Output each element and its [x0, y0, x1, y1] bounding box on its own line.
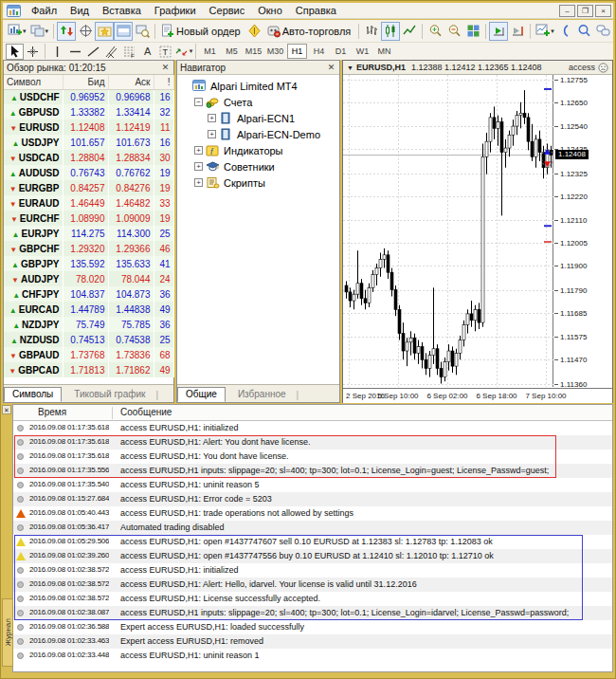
zoom-out-button[interactable] — [444, 22, 463, 41]
timeframe-m15[interactable]: M15 — [244, 44, 263, 59]
chevron-down-icon[interactable]: ▾ — [45, 28, 49, 35]
close-button[interactable]: × — [595, 5, 611, 17]
journal-row[interactable]: 2016.09.08 01:05:29.506access EURUSD,H1:… — [13, 535, 612, 549]
market-watch-col-2[interactable]: Аск — [108, 75, 154, 89]
journal-row[interactable]: 2016.09.08 01:02:33.448access EURUSD,H1:… — [13, 649, 612, 663]
menu-item-4[interactable]: Сервис — [203, 4, 252, 17]
menu-item-5[interactable]: Окно — [251, 4, 289, 17]
market-watch-row-USDCAD[interactable]: ▼USDCAD1.288041.2883430 — [4, 150, 173, 165]
journal-row[interactable]: 2016.09.08 01:17:35.618access EURUSD,H1:… — [13, 435, 612, 450]
expand-icon[interactable]: + — [208, 114, 216, 122]
navigator-item-советники[interactable]: +Советники — [179, 158, 339, 174]
market-watch-col-3[interactable]: ! — [154, 75, 173, 89]
navigator-item-индикаторы[interactable]: +fИндикаторы — [179, 142, 339, 158]
journal-row[interactable]: 2016.09.08 01:02:38.572access EURUSD,H1:… — [13, 592, 612, 606]
candlestick-button[interactable] — [381, 22, 400, 41]
market-watch-row-NZDJPY[interactable]: ▲NZDJPY75.74975.78536 — [4, 317, 173, 332]
metaeditor-button[interactable] — [245, 22, 264, 41]
market-watch-row-AUDUSD[interactable]: ▲AUDUSD0.767430.7676219 — [4, 165, 173, 180]
market-watch-col-1[interactable]: Бид — [63, 75, 108, 89]
new-chart-button[interactable]: ▾ — [6, 22, 28, 41]
tile-windows-button[interactable] — [463, 22, 482, 41]
expand-icon[interactable]: + — [194, 146, 203, 155]
journal-row[interactable]: 2016.09.08 01:02:33.463Expert access EUR… — [13, 634, 612, 649]
navigator-item-alpari-ecn1[interactable]: +Alpari-ECN1 — [179, 110, 339, 126]
line-chart-button[interactable] — [400, 22, 419, 41]
terminal-tab-journal[interactable]: Журнал — [2, 598, 13, 667]
chart-collapse-icon[interactable]: ▼ — [347, 64, 353, 71]
navigator-tab-0[interactable]: Общие — [177, 387, 226, 402]
fibonacci-button[interactable]: F — [120, 44, 138, 60]
close-icon[interactable]: ✕ — [160, 63, 171, 72]
market-watch-row-EURUSD[interactable]: ▼EURUSD1.124081.1241911 — [4, 119, 173, 135]
timeframe-mn[interactable]: MN — [374, 44, 394, 59]
market-watch-button[interactable] — [57, 22, 76, 41]
market-watch-row-USDJPY[interactable]: ▲USDJPY101.657101.67316 — [4, 135, 173, 150]
chevron-down-icon[interactable]: ▾ — [190, 47, 193, 55]
expand-icon[interactable]: + — [194, 162, 203, 171]
journal-row[interactable]: 2016.09.08 01:17:35.556access EURUSD,H1 … — [13, 464, 612, 478]
arrows-button[interactable]: ▾ — [174, 44, 192, 60]
market-watch-row-GBPCAD[interactable]: ▼GBPCAD1.718131.7186249 — [4, 362, 173, 377]
journal-row[interactable]: 2016.09.08 01:05:36.417Automated trading… — [13, 521, 612, 535]
data-window-button[interactable] — [76, 22, 95, 41]
chart-shift-button[interactable] — [508, 22, 527, 41]
market-watch-row-GBPCHF[interactable]: ▼GBPCHF1.293201.2936646 — [4, 241, 173, 256]
navigator-item-счета[interactable]: −Счета — [179, 94, 339, 110]
market-watch-row-EURJPY[interactable]: ▲EURJPY114.275114.30025 — [4, 226, 173, 241]
timeframe-w1[interactable]: W1 — [353, 44, 372, 59]
vertical-line-button[interactable] — [48, 44, 66, 60]
navigator-item-alpari-limited-mt4[interactable]: Alpari Limited MT4 — [179, 78, 339, 94]
journal-row[interactable]: 2016.09.08 01:02:38.572access EURUSD,H1:… — [13, 578, 612, 592]
journal-row[interactable]: 2016.09.08 01:17:35.540access EURUSD,H1:… — [13, 478, 612, 492]
restore-button[interactable]: ❐ — [577, 5, 593, 17]
market-watch-col-0[interactable]: Символ — [4, 75, 63, 89]
menu-item-6[interactable]: Справка — [289, 4, 343, 17]
menu-item-3[interactable]: Графики — [148, 4, 203, 17]
journal-row[interactable]: 2016.09.08 01:15:27.684access EURUSD,H1:… — [13, 492, 612, 506]
trendline-button[interactable] — [84, 44, 102, 60]
profiles-button[interactable]: ▾ — [28, 22, 51, 41]
market-watch-row-GBPUSD[interactable]: ▲GBPUSD1.333821.3341432 — [4, 104, 173, 119]
cursor-button[interactable] — [6, 44, 24, 60]
strategy-tester-button[interactable] — [133, 22, 152, 41]
terminal-button[interactable] — [114, 22, 133, 41]
navigator-item-alpari-ecn-demo[interactable]: +Alpari-ECN-Demo — [179, 126, 339, 142]
journal-row[interactable]: 2016.09.08 01:02:38.087access EURUSD,H1 … — [13, 606, 612, 620]
navigator-tab-1[interactable]: Избранное — [229, 387, 295, 402]
market-watch-row-EURCHF[interactable]: ▼EURCHF1.089901.0900919 — [4, 211, 173, 226]
market-watch-row-NZDUSD[interactable]: ▲NZDUSD0.745130.7453825 — [4, 332, 173, 347]
navigator-item-скрипты[interactable]: +Скрипты — [179, 174, 339, 191]
text-button[interactable]: A — [138, 44, 156, 60]
journal-row[interactable]: 2016.09.08 01:02:38.572access EURUSD,H1:… — [13, 563, 612, 578]
chart-price-axis[interactable]: 1.127551.126501.125401.124351.123251.122… — [554, 75, 612, 387]
chevron-down-icon[interactable]: ▾ — [551, 28, 554, 35]
menu-item-0[interactable]: Файл — [25, 4, 63, 17]
ea-smiley-icon[interactable] — [598, 63, 608, 73]
timeframe-m5[interactable]: M5 — [222, 44, 242, 59]
search-button[interactable] — [575, 22, 594, 41]
auto-scroll-button[interactable] — [489, 22, 508, 41]
autotrading-button[interactable]: Авто-торговля — [264, 22, 356, 41]
journal-row[interactable]: 2016.09.08 01:05:40.443access EURUSD,H1:… — [13, 506, 612, 521]
zoom-in-button[interactable] — [426, 22, 444, 41]
timeframe-h4[interactable]: H4 — [309, 44, 329, 59]
market-watch-tab-1[interactable]: Тиковый график — [65, 387, 154, 402]
menu-item-1[interactable]: Вид — [63, 4, 96, 17]
journal-row[interactable]: 2016.09.08 01:17:35.618access EURUSD,H1:… — [13, 450, 612, 464]
market-watch-row-CHFJPY[interactable]: ▲CHFJPY104.837104.87336 — [4, 286, 173, 302]
periods-button[interactable] — [556, 22, 575, 41]
journal-row[interactable]: 2016.09.08 01:02:39.260access EURUSD,H1:… — [13, 549, 612, 563]
minimize-button[interactable]: – — [559, 5, 575, 17]
expand-icon[interactable]: + — [194, 178, 203, 187]
expand-icon[interactable]: + — [208, 130, 216, 138]
market-watch-row-AUDJPY[interactable]: ▼AUDJPY78.02078.04424 — [4, 271, 173, 286]
bar-chart-button[interactable] — [362, 22, 381, 41]
horizontal-line-button[interactable] — [66, 44, 84, 60]
timeframe-d1[interactable]: D1 — [331, 44, 351, 59]
market-watch-row-USDCHF[interactable]: ▲USDCHF0.969520.9696816 — [4, 89, 173, 104]
market-watch-row-EURCAD[interactable]: ▲EURCAD1.447891.4483849 — [4, 302, 173, 317]
timeframe-m1[interactable]: M1 — [200, 44, 220, 59]
channel-button[interactable] — [102, 44, 120, 60]
timeframe-m30[interactable]: M30 — [265, 44, 285, 59]
